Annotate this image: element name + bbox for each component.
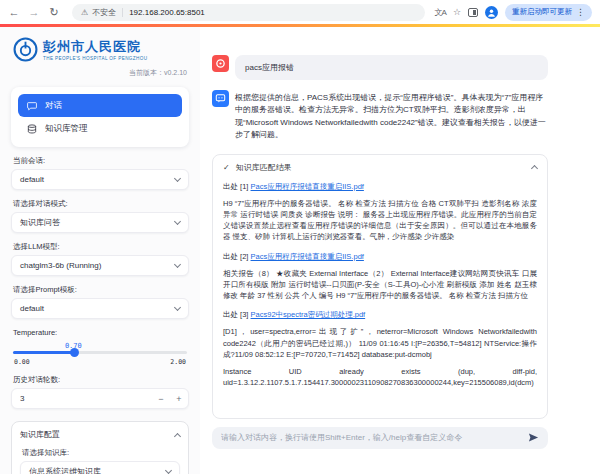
nav-item-knowledge-base[interactable]: 知识库管理 xyxy=(18,117,182,140)
chevron-down-icon xyxy=(174,303,181,310)
source-line: 出处 [2] Pacs应用程序报错直接重启IIS.pdf xyxy=(223,252,537,262)
source-prefix: 出处 [2] xyxy=(223,252,248,261)
increment-button[interactable]: + xyxy=(170,394,188,404)
nav-item-label: 知识库管理 xyxy=(45,123,88,135)
version-value: v0.2.10 xyxy=(164,69,187,76)
kb-select-label: 请选择知识库: xyxy=(22,448,178,458)
hospital-logo-block: 彭州市人民医院 THE PEOPLE'S HOSPITAL OF PENGZHO… xyxy=(13,37,189,62)
chevron-down-icon xyxy=(174,260,181,267)
source-document-link[interactable]: Pacs92中spectra密码过期处理.pdf xyxy=(251,310,366,319)
user-message: pacs应用报错 xyxy=(235,55,548,80)
history-rounds-value: 3 xyxy=(12,394,152,403)
llm-model-label: 选择LLM模型: xyxy=(13,242,187,252)
database-icon xyxy=(27,124,37,134)
url-text[interactable]: 192.168.200.65:8501 xyxy=(129,8,205,17)
llm-model-select[interactable]: chatglm3-6b (Running) xyxy=(11,255,189,276)
chevron-down-icon xyxy=(174,217,181,224)
bookmark-star-icon[interactable]: ☆ xyxy=(453,7,461,17)
chat-area: pacs应用报错 根据您提供的信息，PACS系统出现错误，提示“应用程序错误”。… xyxy=(200,27,600,474)
user-message-row: pacs应用报错 xyxy=(212,55,548,80)
side-panel-icon[interactable] xyxy=(468,8,478,17)
check-icon: ✓ xyxy=(223,163,230,172)
sidebar: 彭州市人民医院 THE PEOPLE'S HOSPITAL OF PENGZHO… xyxy=(0,27,200,474)
decrement-button[interactable]: − xyxy=(152,394,170,404)
session-select-value: default xyxy=(20,175,175,184)
temperature-max: 2.00 xyxy=(170,358,186,366)
chrome-update-button[interactable]: 重新启动即可更新 ⋮ xyxy=(505,4,592,21)
send-button[interactable] xyxy=(528,432,539,443)
chevron-up-icon xyxy=(174,432,181,439)
kb-select-value: 信息系统运维知识库 xyxy=(29,466,166,474)
translate-icon[interactable]: 文A xyxy=(435,7,446,18)
prompt-template-value: default xyxy=(20,304,175,313)
nav-item-dialogue[interactable]: 对话 xyxy=(18,94,182,117)
match-snippet: [D1]，user=spectra,error=出现了扩”，neterror=M… xyxy=(223,326,537,360)
version-label: 当前版本： xyxy=(129,69,164,76)
version-text: 当前版本：v0.2.10 xyxy=(11,68,187,78)
chat-bubble-icon xyxy=(215,93,226,104)
hospital-name-english: THE PEOPLE'S HOSPITAL OF PENGZHOU xyxy=(43,56,147,61)
temperature-min: 0.00 xyxy=(14,358,30,366)
browser-menu-icon[interactable]: ⋮ xyxy=(576,7,585,17)
hospital-logo-icon xyxy=(13,37,38,62)
dialogue-mode-select[interactable]: 知识库问答 xyxy=(11,212,189,233)
chat-icon xyxy=(27,101,37,111)
user-icon xyxy=(215,58,226,69)
match-snippet: H9 “7”应用程序中的服务器错误。 名称 检查方法 扫描方位 合格 CT双肺平… xyxy=(223,198,537,243)
temperature-slider[interactable]: 0.70 0.00 2.00 xyxy=(13,351,187,366)
browser-window: ← → ↻ ⚠ 不安全 192.168.200.65:8501 文A ☆ 重新启… xyxy=(0,0,600,474)
source-document-link[interactable]: Pacs应用程序报错直接重启IIS.pdf xyxy=(251,182,364,191)
match-snippet: Instance UID already exists (dup, diff-p… xyxy=(223,366,537,389)
kb-config-header[interactable]: 知识库配置 xyxy=(20,429,180,440)
kb-match-results-expander: ✓ 知识库匹配结果 出处 [1] Pacs应用程序报错直接重启IIS.pdf H… xyxy=(212,154,548,419)
assistant-message: 根据您提供的信息，PACS系统出现错误，提示“应用程序错误”。具体表现为“7”应… xyxy=(235,90,548,142)
toolbar-right: 文A ☆ 重新启动即可更新 ⋮ xyxy=(435,4,594,21)
kb-config-label: 知识库配置 xyxy=(20,429,175,440)
source-prefix: 出处 [3] xyxy=(223,310,248,319)
history-rounds-input[interactable]: 3 − + xyxy=(11,388,189,409)
address-bar[interactable]: ⚠ 不安全 192.168.200.65:8501 xyxy=(72,4,425,21)
not-secure-warning-icon: ⚠ xyxy=(81,8,88,17)
kb-select[interactable]: 信息系统运维知识库 xyxy=(20,461,180,474)
update-button-label: 重新启动即可更新 xyxy=(512,7,572,17)
kb-match-results-header[interactable]: ✓ 知识库匹配结果 xyxy=(223,162,537,173)
browser-toolbar: ← → ↻ ⚠ 不安全 192.168.200.65:8501 文A ☆ 重新启… xyxy=(0,0,600,24)
match-snippet: 相关报告（8） ★收藏夹 External Interface（2） Exter… xyxy=(223,268,537,302)
kb-match-results-title: 知识库匹配结果 xyxy=(236,162,526,173)
chevron-down-icon xyxy=(165,466,172,473)
session-select[interactable]: default xyxy=(11,169,189,190)
assistant-message-row: 根据您提供的信息，PACS系统出现错误，提示“应用程序错误”。具体表现为“7”应… xyxy=(212,90,548,142)
user-avatar xyxy=(212,55,229,72)
slider-track[interactable] xyxy=(13,351,187,354)
security-label[interactable]: 不安全 xyxy=(92,7,116,18)
temperature-label: Temperature: xyxy=(13,328,187,337)
slider-handle[interactable] xyxy=(70,348,79,357)
dialogue-mode-label: 请选择对话模式: xyxy=(13,199,187,209)
chevron-up-icon xyxy=(531,165,538,172)
history-rounds-label: 历史对话轮数: xyxy=(13,375,187,385)
prompt-template-select[interactable]: default xyxy=(11,298,189,319)
source-document-link[interactable]: Pacs应用程序报错直接重启IIS.pdf xyxy=(251,252,364,261)
send-icon xyxy=(528,432,539,443)
dialogue-mode-value: 知识库问答 xyxy=(20,217,175,228)
source-line: 出处 [1] Pacs应用程序报错直接重启IIS.pdf xyxy=(223,182,537,192)
chevron-down-icon xyxy=(174,174,181,181)
prompt-template-label: 请选择Prompt模板: xyxy=(13,285,187,295)
chat-input-bar xyxy=(212,427,548,449)
reload-icon[interactable]: ↻ xyxy=(46,4,62,20)
nav-item-label: 对话 xyxy=(45,100,62,112)
kb-config-expander: 知识库配置 请选择知识库: 信息系统运维知识库 匹配知识条数: xyxy=(11,421,189,474)
forward-icon[interactable]: → xyxy=(26,4,42,20)
profile-avatar[interactable] xyxy=(485,6,498,19)
address-divider xyxy=(122,8,123,17)
person-icon xyxy=(487,8,496,17)
source-line: 出处 [3] Pacs92中spectra密码过期处理.pdf xyxy=(223,310,537,320)
source-prefix: 出处 [1] xyxy=(223,182,248,191)
hospital-name: 彭州市人民医院 xyxy=(43,38,147,56)
back-icon[interactable]: ← xyxy=(6,4,22,20)
llm-model-value: chatglm3-6b (Running) xyxy=(20,261,175,270)
session-label: 当前会话: xyxy=(13,156,187,166)
nav-menu: 对话 知识库管理 xyxy=(11,87,189,147)
slider-fill xyxy=(13,351,74,354)
chat-input[interactable] xyxy=(221,433,522,442)
